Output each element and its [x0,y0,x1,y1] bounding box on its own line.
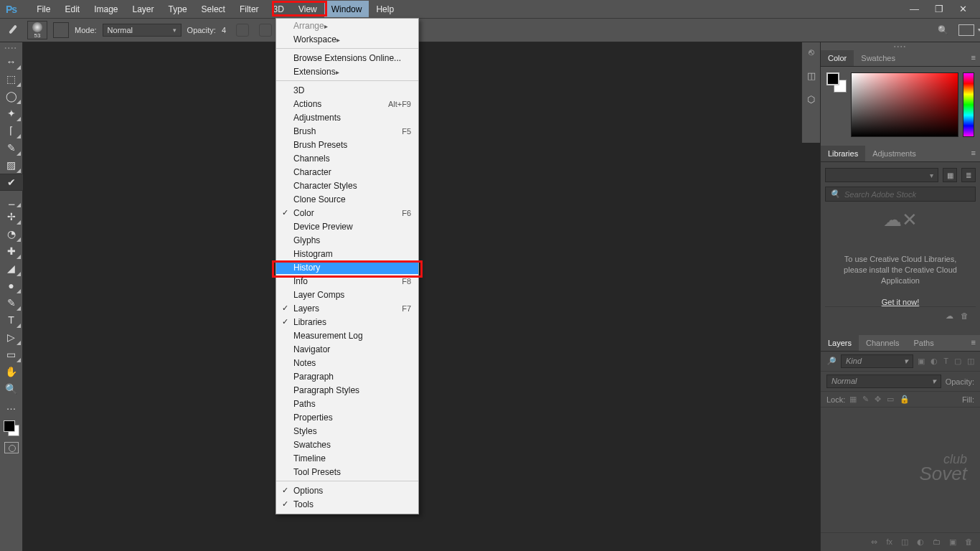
edit-toolbar[interactable]: … [1,397,22,415]
window-menu-item-color[interactable]: ColorF6 [276,206,418,220]
hue-strip[interactable] [963,72,974,137]
window-menu-item-3d[interactable]: 3D [276,83,418,97]
window-menu-item-channels[interactable]: Channels [276,151,418,165]
window-menu-item-libraries[interactable]: Libraries [276,315,418,329]
window-menu-item-properties[interactable]: Properties [276,410,418,424]
airbrush-icon[interactable] [259,24,272,37]
opacity-value[interactable]: 4 [222,26,226,34]
tab-channels[interactable]: Channels [859,335,906,351]
window-menu-item-paragraph-styles[interactable]: Paragraph Styles [276,383,418,397]
window-menu-item-swatches[interactable]: Swatches [276,438,418,451]
window-minimize[interactable]: — [910,4,919,14]
fg-bg-swatch[interactable] [826,72,847,93]
window-menu-item-device-preview[interactable]: Device Preview [276,220,418,233]
layer-lock-icons[interactable]: ▦✎✥▭🔒 [849,395,910,404]
window-menu-item-styles[interactable]: Styles [276,424,418,438]
tab-color[interactable]: Color [821,50,854,66]
window-menu-item-character[interactable]: Character [276,165,418,179]
menu-image[interactable]: Image [87,1,125,17]
menu-file[interactable]: File [29,1,57,17]
brush-preset-picker[interactable]: 53 [27,21,47,39]
link-layers-icon[interactable]: ⇔ [871,537,877,547]
quick-select-tool[interactable]: ✦ [1,105,22,122]
adjustment-layer-icon[interactable]: ◐ [917,537,924,547]
window-menu-item-paragraph[interactable]: Paragraph [276,369,418,383]
crop-tool[interactable]: ⌈ [1,122,22,139]
libraries-panel-menu[interactable]: ≡ [967,146,980,161]
panel-drag-handle[interactable]: •••• [821,42,980,50]
properties-panel-icon[interactable]: ◫ [807,70,816,81]
window-menu-item-paths[interactable]: Paths [276,397,418,410]
tab-adjustments[interactable]: Adjustments [865,146,923,161]
window-menu-item-navigator[interactable]: Navigator [276,342,418,356]
shape-tool[interactable]: ▭ [1,346,22,363]
tab-swatches[interactable]: Swatches [854,50,903,66]
flow-icon[interactable] [236,24,249,37]
tab-libraries[interactable]: Libraries [821,146,865,161]
layer-blend-mode[interactable]: Normal▾ [826,375,941,388]
window-menu-item-actions[interactable]: ActionsAlt+F9 [276,97,418,110]
eraser-tool[interactable]: ◔ [1,225,22,242]
screen-mode-icon[interactable] [958,24,974,36]
window-menu-item-browse-extensions-online-[interactable]: Browse Extensions Online... [276,51,418,65]
window-menu-item-layer-comps[interactable]: Layer Comps [276,288,418,301]
window-maximize[interactable]: ❐ [935,4,943,14]
menu-window[interactable]: Window [324,1,369,17]
window-menu-item-brush[interactable]: BrushF5 [276,124,418,138]
blur-tool[interactable]: ◢ [1,260,22,277]
menu-filter[interactable]: Filter [232,1,266,17]
menu-edit[interactable]: Edit [57,1,87,17]
window-menu-item-tool-presets[interactable]: Tool Presets [276,465,418,479]
stamp-tool[interactable]: ⎯ [1,191,22,208]
panel-drag-handle[interactable]: •••• [5,45,18,50]
search-icon[interactable] [938,25,948,35]
window-menu-item-tools[interactable]: Tools [276,497,418,511]
menu-layer[interactable]: Layer [126,1,161,17]
path-select-tool[interactable]: ▷ [1,329,22,346]
delete-layer-icon[interactable]: 🗑 [965,537,973,547]
window-menu-item-layers[interactable]: LayersF7 [276,301,418,315]
dodge-tool[interactable]: ● [1,277,22,294]
quick-mask-toggle[interactable] [4,442,19,453]
gradient-tool[interactable]: ✚ [1,242,22,260]
get-it-now-link[interactable]: Get it now! [825,298,976,306]
library-select[interactable] [825,168,938,182]
window-close[interactable]: ✕ [959,4,967,14]
cloud-sync-icon[interactable]: ☁ [946,311,953,321]
type-tool[interactable]: T [1,311,22,329]
move-tool[interactable]: ↔ [1,53,22,70]
tab-layers[interactable]: Layers [821,335,859,351]
brush-panel-toggle[interactable] [53,22,69,38]
layer-mask-icon[interactable]: ◫ [901,537,908,547]
layer-fx-icon[interactable]: fx [886,537,892,547]
grid-view-icon[interactable]: ▦ [943,168,957,182]
history-panel-icon[interactable]: ⎋ [809,47,814,57]
window-menu-item-arrange[interactable]: Arrange [276,19,418,32]
window-menu-item-brush-presets[interactable]: Brush Presets [276,138,418,151]
window-menu-item-histogram[interactable]: Histogram [276,247,418,260]
menu-help[interactable]: Help [369,1,401,17]
window-menu-item-workspace[interactable]: Workspace [276,32,418,46]
eyedropper-tool[interactable]: ✎ [1,139,22,156]
stock-search-input[interactable]: 🔍 Search Adobe Stock [825,187,976,202]
window-menu-item-clone-source[interactable]: Clone Source [276,192,418,206]
window-menu-item-adjustments[interactable]: Adjustments [276,110,418,124]
color-swatch-pair[interactable] [2,419,21,438]
hand-tool[interactable]: ✋ [1,363,22,380]
3d-panel-icon[interactable]: ⬡ [807,94,815,105]
layer-filter-icons[interactable]: ▣◐T▢◫ [918,357,974,366]
zoom-tool[interactable]: 🔍 [1,380,22,397]
window-menu-item-extensions[interactable]: Extensions [276,65,418,78]
menu-select[interactable]: Select [194,1,232,17]
pen-tool[interactable]: ✎ [1,294,22,311]
blend-mode-select[interactable]: Normal [103,24,182,37]
layers-panel-menu[interactable]: ≡ [967,335,980,351]
tab-paths[interactable]: Paths [907,335,941,351]
list-view-icon[interactable]: ≣ [961,168,976,182]
layer-group-icon[interactable]: 🗀 [933,537,941,547]
layer-filter-kind[interactable]: Kind▾ [841,354,913,368]
healing-tool[interactable]: ▨ [1,156,22,174]
marquee-tool[interactable]: ⬚ [1,70,22,88]
window-menu-item-measurement-log[interactable]: Measurement Log [276,329,418,342]
color-panel-menu[interactable]: ≡ [967,50,980,66]
